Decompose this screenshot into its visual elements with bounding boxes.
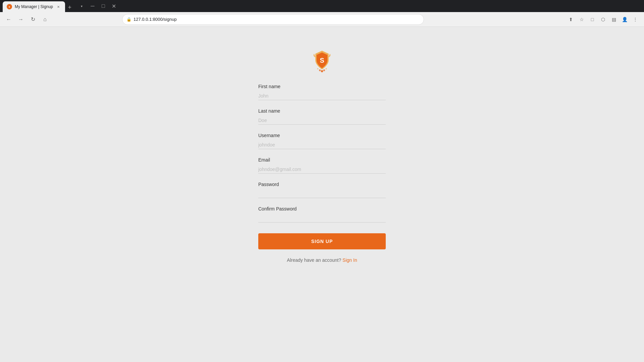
browser-chrome: ● My Manager | Signup ✕ + ▾ ─ □ ✕ [0,0,644,12]
password-label: Password [258,182,386,187]
tab-favicon: ● [7,4,12,9]
first-name-input[interactable] [258,92,386,100]
svg-text:S: S [320,57,324,64]
tab-title: My Manager | Signup [15,4,53,9]
svg-point-5 [326,68,327,69]
confirm-password-group: Confirm Password [258,206,386,223]
password-group: Password [258,182,386,198]
tab-bar: ● My Manager | Signup ✕ + [3,0,74,12]
url-display: 127.0.0.1:8000/signup [133,17,420,22]
first-name-label: First name [258,84,386,89]
confirm-password-label: Confirm Password [258,206,386,212]
page-content: S First name Last name Username [0,27,644,362]
svg-point-3 [323,69,325,71]
reload-button[interactable]: ↻ [28,15,38,24]
browser-action-icon[interactable]: □ [588,15,597,24]
maximize-button[interactable]: □ [99,1,108,11]
profile-icon[interactable]: 👤 [620,15,629,24]
signin-link[interactable]: Sign In [342,257,357,263]
lock-icon: 🔒 [126,17,131,22]
window-controls: ▾ ─ □ ✕ [77,1,119,11]
svg-point-1 [319,69,321,71]
back-button[interactable]: ← [4,15,13,24]
signup-form: First name Last name Username Email Pass… [258,84,386,263]
email-input[interactable] [258,165,386,174]
menu-icon[interactable]: ⋮ [631,15,640,24]
address-bar[interactable]: 🔒 127.0.0.1:8000/signup [122,14,424,25]
logo-container: S [309,47,335,74]
email-label: Email [258,157,386,163]
tab-search-button[interactable]: ▾ [77,1,87,11]
bookmark-icon[interactable]: ☆ [577,15,586,24]
username-group: Username [258,133,386,149]
email-group: Email [258,157,386,174]
last-name-input[interactable] [258,116,386,125]
minimize-button[interactable]: ─ [88,1,97,11]
tab-close-button[interactable]: ✕ [56,4,61,9]
share-icon[interactable]: ⬆ [566,15,576,24]
username-input[interactable] [258,141,386,149]
username-label: Username [258,133,386,138]
first-name-group: First name [258,84,386,100]
password-input[interactable] [258,190,386,198]
new-tab-button[interactable]: + [65,3,74,12]
last-name-group: Last name [258,108,386,125]
signup-button[interactable]: SIGN UP [258,233,386,249]
signin-text: Already have an account? Sign In [258,257,386,263]
toolbar-icons: ⬆ ☆ □ ⬡ ▤ 👤 ⋮ [566,15,640,24]
svg-point-2 [321,70,323,72]
confirm-password-input[interactable] [258,214,386,223]
close-button[interactable]: ✕ [109,1,119,11]
already-account-text: Already have an account? [287,257,341,263]
sidebar-icon[interactable]: ▤ [609,15,619,24]
active-tab[interactable]: ● My Manager | Signup ✕ [3,1,65,12]
svg-point-4 [317,68,319,69]
home-button[interactable]: ⌂ [40,15,50,24]
forward-button[interactable]: → [16,15,25,24]
address-bar-row: ← → ↻ ⌂ 🔒 127.0.0.1:8000/signup ⬆ ☆ □ ⬡ … [0,12,644,27]
last-name-label: Last name [258,108,386,114]
extensions-icon[interactable]: ⬡ [598,15,608,24]
app-logo: S [310,48,334,72]
